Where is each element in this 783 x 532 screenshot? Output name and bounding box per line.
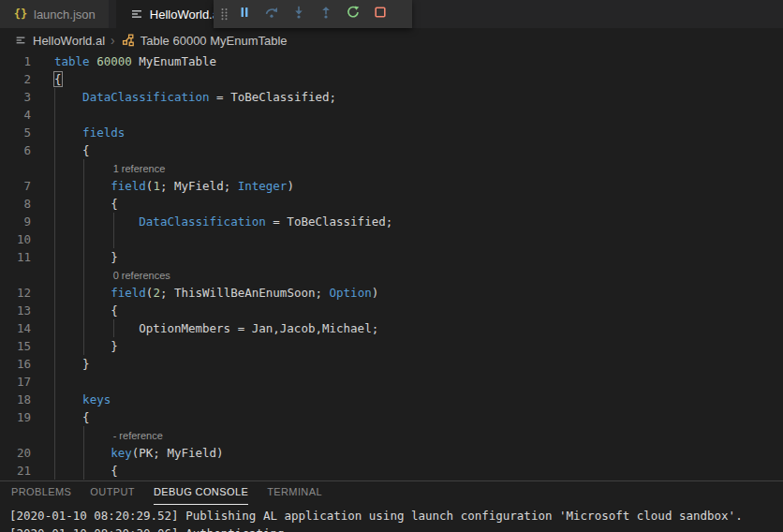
code-line[interactable]: 21 { bbox=[0, 462, 783, 480]
vscode-window: {} launch.json HelloWorld.al bbox=[0, 0, 783, 532]
codelens-link[interactable]: - reference bbox=[113, 427, 163, 444]
indent-guide bbox=[54, 426, 55, 444]
code-line[interactable]: 1table 60000 MyEnumTable bbox=[0, 52, 783, 70]
line-number[interactable]: 4 bbox=[0, 106, 31, 124]
code-line[interactable]: 17 bbox=[0, 373, 783, 391]
code-line[interactable]: 9 DataClassification = ToBeClassified; bbox=[0, 213, 783, 230]
breadcrumb-symbol[interactable]: Table 60000 MyEnumTable bbox=[140, 34, 288, 48]
code-line[interactable]: 5 fields bbox=[0, 124, 783, 141]
breadcrumb: HelloWorld.al › Table 60000 MyEnumTable bbox=[0, 28, 783, 52]
code-text: { bbox=[54, 462, 118, 480]
debug-console-output[interactable]: [2020-01-10 08:20:29.52] Publishing AL a… bbox=[0, 505, 783, 532]
code-text: } bbox=[54, 355, 90, 373]
line-number[interactable]: 10 bbox=[0, 230, 31, 248]
code-line[interactable]: 18 keys bbox=[0, 391, 783, 408]
step-over-button[interactable] bbox=[258, 1, 285, 27]
code-text: field(1; MyField; Integer) bbox=[54, 177, 294, 195]
panel-tab-output[interactable]: OUTPUT bbox=[90, 486, 135, 505]
line-number[interactable]: 20 bbox=[0, 444, 31, 462]
tab-label: HelloWorld.al bbox=[150, 7, 222, 22]
code-line[interactable]: 12 field(2; ThisWillBeAnEnumSoon; Option… bbox=[0, 284, 783, 302]
line-number[interactable]: 9 bbox=[0, 213, 31, 230]
chevron-right-icon: › bbox=[110, 33, 116, 48]
code-line[interactable]: 16 } bbox=[0, 355, 783, 373]
code-text: DataClassification = ToBeClassified; bbox=[54, 88, 336, 106]
file-list-icon bbox=[13, 33, 28, 48]
console-line: [2020-01-10 08:20:29.52] Publishing AL a… bbox=[9, 507, 783, 525]
code-line[interactable]: 15 } bbox=[0, 337, 783, 355]
line-number[interactable]: 2 bbox=[0, 70, 31, 88]
panel-tab-debug-console[interactable]: DEBUG CONSOLE bbox=[154, 486, 248, 505]
code-line[interactable]: 19 { bbox=[0, 408, 783, 426]
step-into-button[interactable] bbox=[285, 1, 312, 27]
code-line[interactable]: 6 { bbox=[0, 141, 783, 159]
line-number[interactable]: 19 bbox=[0, 408, 31, 426]
code-text: { bbox=[54, 302, 118, 319]
line-number[interactable]: 1 bbox=[0, 52, 31, 70]
toolbar-drag-grip-icon[interactable] bbox=[217, 1, 230, 27]
line-number[interactable]: 21 bbox=[0, 462, 31, 480]
code-text: table 60000 MyEnumTable bbox=[54, 52, 216, 70]
codelens-row: - reference bbox=[0, 426, 783, 444]
code-text: keys bbox=[54, 391, 111, 408]
line-number[interactable]: 12 bbox=[0, 284, 31, 302]
code-line[interactable]: 14 OptionMembers = Jan,Jacob,Michael; bbox=[0, 319, 783, 337]
codelens-link[interactable]: 0 references bbox=[113, 267, 170, 284]
restart-icon bbox=[346, 5, 361, 23]
code-line[interactable]: 4 bbox=[0, 106, 783, 124]
codelens-link[interactable]: 1 reference bbox=[113, 160, 166, 177]
line-number[interactable]: 3 bbox=[0, 88, 31, 106]
indent-guide bbox=[83, 426, 84, 444]
pause-icon bbox=[237, 5, 252, 23]
panel-tab-problems[interactable]: PROBLEMS bbox=[11, 486, 71, 505]
line-number[interactable]: 7 bbox=[0, 177, 31, 195]
code-line[interactable]: 7 field(1; MyField; Integer) bbox=[0, 177, 783, 195]
step-into-icon bbox=[291, 5, 306, 23]
code-line[interactable]: 11 } bbox=[0, 248, 783, 266]
al-file-icon bbox=[129, 7, 144, 22]
tab-launch-json[interactable]: {} launch.json bbox=[0, 0, 109, 28]
code-text: field(2; ThisWillBeAnEnumSoon; Option) bbox=[54, 284, 378, 302]
editor-tab-bar: {} launch.json HelloWorld.al bbox=[0, 0, 783, 28]
indent-guide bbox=[83, 159, 84, 177]
line-number[interactable]: 11 bbox=[0, 248, 31, 266]
breadcrumb-file[interactable]: HelloWorld.al bbox=[33, 34, 105, 48]
code-line[interactable]: 3 DataClassification = ToBeClassified; bbox=[0, 88, 783, 106]
codelens-row: 1 reference bbox=[0, 159, 783, 177]
code-line[interactable]: 8 { bbox=[0, 195, 783, 213]
line-number[interactable]: 16 bbox=[0, 355, 31, 373]
line-number[interactable]: 15 bbox=[0, 337, 31, 355]
panel-tab-terminal[interactable]: TERMINAL bbox=[267, 486, 322, 505]
line-number[interactable]: 13 bbox=[0, 302, 31, 319]
code-line[interactable]: 13 { bbox=[0, 302, 783, 319]
console-line: [2020-01-10 08:20:30.06] Authenticating.… bbox=[9, 525, 783, 532]
line-number[interactable]: 5 bbox=[0, 124, 31, 141]
pause-button[interactable] bbox=[230, 1, 258, 27]
indent-guide bbox=[54, 373, 55, 391]
line-number[interactable]: 8 bbox=[0, 195, 31, 213]
stop-button[interactable] bbox=[366, 1, 393, 27]
code-line[interactable]: 2{ bbox=[0, 70, 783, 88]
code-text: fields bbox=[54, 124, 125, 141]
code-text: { bbox=[54, 70, 62, 88]
bottom-panel: PROBLEMSOUTPUTDEBUG CONSOLETERMINAL [202… bbox=[0, 480, 783, 532]
step-out-button[interactable] bbox=[312, 1, 339, 27]
line-number[interactable]: 6 bbox=[0, 141, 31, 159]
line-number[interactable]: 14 bbox=[0, 319, 31, 337]
debug-toolbar bbox=[214, 0, 412, 28]
line-number[interactable]: 17 bbox=[0, 373, 31, 391]
code-text: key(PK; MyField) bbox=[54, 444, 224, 462]
code-text: } bbox=[54, 337, 118, 355]
code-line[interactable]: 10 bbox=[0, 230, 783, 248]
code-text: } bbox=[54, 248, 118, 266]
code-editor[interactable]: 1table 60000 MyEnumTable2{3 DataClassifi… bbox=[0, 52, 783, 480]
code-text: { bbox=[54, 141, 90, 159]
line-number[interactable]: 18 bbox=[0, 391, 31, 408]
tab-label: launch.json bbox=[34, 7, 96, 22]
indent-guide bbox=[54, 106, 55, 124]
code-text: DataClassification = ToBeClassified; bbox=[54, 213, 392, 230]
restart-button[interactable] bbox=[339, 1, 366, 27]
indent-guide bbox=[54, 266, 55, 284]
codelens-row: 0 references bbox=[0, 266, 783, 284]
code-line[interactable]: 20 key(PK; MyField) bbox=[0, 444, 783, 462]
